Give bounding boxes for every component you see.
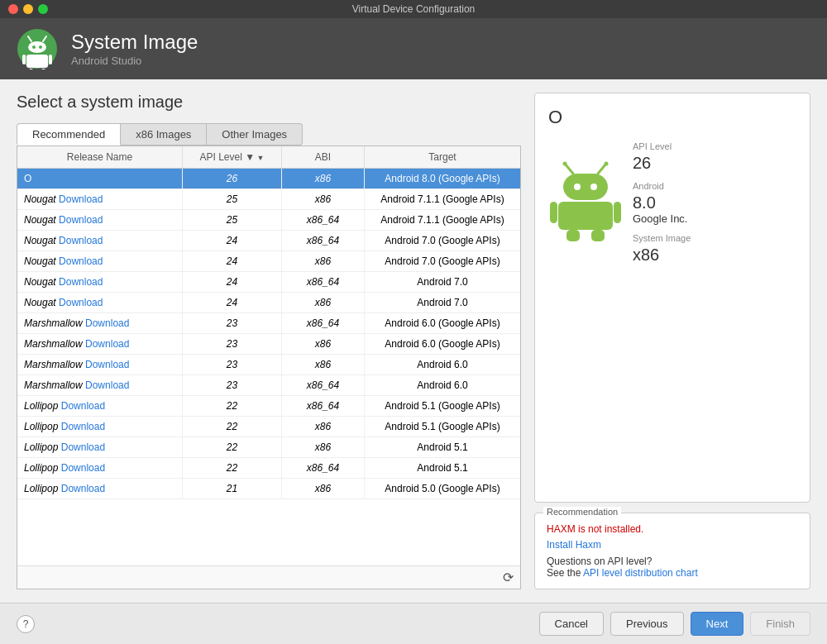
cell-release: Marshmallow Download xyxy=(17,313,183,333)
svg-point-17 xyxy=(590,184,597,190)
svg-rect-21 xyxy=(566,230,580,241)
table-row[interactable]: Nougat Download24x86Android 7.0 xyxy=(17,293,520,313)
cell-target: Android 5.1 (Google APIs) xyxy=(365,417,520,436)
download-link[interactable]: Download xyxy=(59,297,103,308)
cell-abi: x86 xyxy=(282,334,365,354)
system-image-block: System Image x86 xyxy=(633,233,691,265)
api-distribution-link[interactable]: API level distribution chart xyxy=(583,567,698,579)
cell-api: 22 xyxy=(183,437,282,457)
cell-release: Lollipop Download xyxy=(17,417,183,436)
cell-api: 24 xyxy=(183,231,282,250)
help-button[interactable]: ? xyxy=(17,615,35,633)
col-release-name: Release Name xyxy=(17,146,183,168)
table-row[interactable]: Lollipop Download22x86Android 5.1 xyxy=(17,437,520,458)
svg-rect-22 xyxy=(591,230,605,241)
download-link[interactable]: Download xyxy=(85,379,129,391)
table-body: O26x86Android 8.0 (Google APIs)Nougat Do… xyxy=(17,169,520,565)
table-row[interactable]: Marshmallow Download23x86Android 6.0 (Go… xyxy=(17,334,520,355)
install-haxm-link[interactable]: Install Haxm xyxy=(547,539,601,551)
cell-target: Android 6.0 xyxy=(365,375,520,395)
table-row[interactable]: Nougat Download24x86_64Android 7.0 xyxy=(17,272,520,293)
header: System Image Android Studio xyxy=(0,18,827,79)
table-row[interactable]: Nougat Download25x86Android 7.1.1 (Googl… xyxy=(17,189,520,210)
cell-release: Nougat Download xyxy=(17,251,183,271)
refresh-button[interactable]: ⟳ xyxy=(503,570,514,585)
table-row[interactable]: Marshmallow Download23x86Android 6.0 xyxy=(17,355,520,375)
cell-api: 23 xyxy=(183,334,282,354)
table-row[interactable]: Nougat Download24x86Android 7.0 (Google … xyxy=(17,251,520,272)
cell-release: Nougat Download xyxy=(17,210,183,230)
table-row[interactable]: Lollipop Download22x86_64Android 5.1 (Go… xyxy=(17,396,520,417)
tab-recommended[interactable]: Recommended xyxy=(17,123,121,145)
svg-point-12 xyxy=(563,161,567,165)
header-title: System Image xyxy=(71,31,198,55)
cell-target: Android 7.0 (Google APIs) xyxy=(365,251,520,271)
download-link[interactable]: Download xyxy=(85,359,129,370)
previous-button[interactable]: Previous xyxy=(610,612,684,636)
cell-release: Lollipop Download xyxy=(17,437,183,457)
svg-rect-6 xyxy=(26,55,48,68)
download-link[interactable]: Download xyxy=(59,214,103,226)
minimize-button[interactable] xyxy=(23,4,33,14)
download-link[interactable]: Download xyxy=(61,421,105,432)
table-row[interactable]: Lollipop Download21x86Android 5.0 (Googl… xyxy=(17,479,520,499)
cell-release: Marshmallow Download xyxy=(17,355,183,374)
title-bar: Virtual Device Configuration xyxy=(0,0,827,18)
cell-release: Marshmallow Download xyxy=(17,375,183,395)
download-link[interactable]: Download xyxy=(85,317,129,329)
cell-release: Nougat Download xyxy=(17,272,183,292)
tab-other-images[interactable]: Other Images xyxy=(207,123,303,145)
cell-target: Android 6.0 (Google APIs) xyxy=(365,313,520,333)
vendor-value: Google Inc. xyxy=(633,212,691,225)
table-row[interactable]: Nougat Download25x86_64Android 7.1.1 (Go… xyxy=(17,210,520,231)
download-link[interactable]: Download xyxy=(59,235,103,246)
api-question: Questions on API level? See the API leve… xyxy=(547,556,798,579)
table-row[interactable]: O26x86Android 8.0 (Google APIs) xyxy=(17,169,520,189)
table-row[interactable]: Nougat Download24x86_64Android 7.0 (Goog… xyxy=(17,231,520,251)
download-link[interactable]: Download xyxy=(59,276,103,288)
tab-x86-images[interactable]: x86 Images xyxy=(121,123,207,145)
api-level-block: API Level 26 xyxy=(633,141,691,173)
table-row[interactable]: Lollipop Download22x86_64Android 5.1 xyxy=(17,458,520,479)
download-link[interactable]: Download xyxy=(61,483,105,494)
cell-api: 22 xyxy=(183,396,282,416)
next-button[interactable]: Next xyxy=(691,612,744,636)
close-button[interactable] xyxy=(8,4,18,14)
cell-release: Lollipop Download xyxy=(17,479,183,499)
cell-abi: x86 xyxy=(282,479,365,499)
cell-abi: x86 xyxy=(282,355,365,374)
cell-api: 21 xyxy=(183,479,282,499)
download-link[interactable]: Download xyxy=(59,193,103,205)
svg-rect-9 xyxy=(29,69,33,69)
cell-abi: x86_64 xyxy=(282,210,365,230)
table-header: Release Name API Level ▼ ABI Target xyxy=(17,146,520,169)
table-row[interactable]: Lollipop Download22x86Android 5.1 (Googl… xyxy=(17,417,520,437)
cell-release: Lollipop Download xyxy=(17,458,183,478)
download-link[interactable]: Download xyxy=(59,255,103,267)
cell-target: Android 6.0 (Google APIs) xyxy=(365,334,520,354)
download-link[interactable]: Download xyxy=(85,338,129,350)
finish-button[interactable]: Finish xyxy=(750,612,810,636)
header-subtitle: Android Studio xyxy=(71,55,198,67)
cancel-button[interactable]: Cancel xyxy=(539,612,604,636)
download-link[interactable]: Download xyxy=(61,400,105,412)
right-panel: O xyxy=(534,93,810,589)
cell-target: Android 7.0 xyxy=(365,272,520,292)
window-title: Virtual Device Configuration xyxy=(352,3,476,15)
cell-target: Android 7.0 (Google APIs) xyxy=(365,231,520,250)
cell-release: Nougat Download xyxy=(17,231,183,250)
svg-rect-8 xyxy=(49,55,52,64)
cell-release: Nougat Download xyxy=(17,189,183,209)
maximize-button[interactable] xyxy=(38,4,48,14)
table-row[interactable]: Marshmallow Download23x86_64Android 6.0 xyxy=(17,375,520,396)
system-image-label: System Image xyxy=(633,233,691,243)
col-api-level[interactable]: API Level ▼ xyxy=(183,146,282,168)
cell-abi: x86 xyxy=(282,293,365,312)
api-level-value: 26 xyxy=(633,153,691,173)
download-link[interactable]: Download xyxy=(61,441,105,453)
download-link[interactable]: Download xyxy=(61,462,105,474)
table-row[interactable]: Marshmallow Download23x86_64Android 6.0 … xyxy=(17,313,520,334)
cell-api: 25 xyxy=(183,189,282,209)
cell-abi: x86_64 xyxy=(282,272,365,292)
detail-stats: API Level 26 Android 8.0 Google Inc. Sys… xyxy=(633,141,691,265)
